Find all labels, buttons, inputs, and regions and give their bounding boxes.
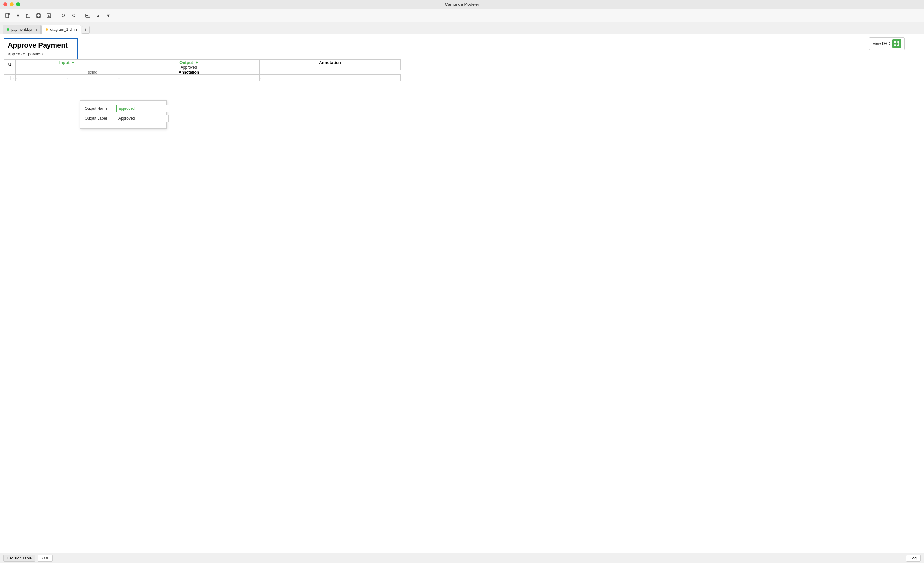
- svg-rect-3: [37, 16, 40, 18]
- bottom-tabs: Decision Table XML: [3, 555, 54, 562]
- decision-table-container: Approve Payment approve-payment U Input …: [4, 38, 401, 81]
- row1-annotation[interactable]: -: [260, 75, 401, 81]
- output-header: Output +: [118, 60, 260, 65]
- decision-table-tab[interactable]: Decision Table: [3, 555, 35, 562]
- window-title: Camunda Modeler: [445, 2, 479, 7]
- svg-point-9: [897, 41, 899, 43]
- view-drd-button[interactable]: View DRD: [869, 37, 905, 50]
- decision-header[interactable]: Approve Payment approve-payment: [4, 38, 78, 59]
- add-output-btn[interactable]: +: [196, 60, 198, 65]
- add-row-btn[interactable]: +: [6, 75, 8, 80]
- row1-input1[interactable]: -: [16, 75, 67, 81]
- undo-btn[interactable]: ↺: [59, 11, 68, 20]
- output-label-input[interactable]: [116, 115, 169, 122]
- svg-point-8: [894, 41, 896, 43]
- save-as-btn[interactable]: [44, 11, 53, 20]
- log-btn[interactable]: Log: [906, 555, 921, 562]
- new-file-dropdown-btn[interactable]: ▾: [14, 11, 22, 20]
- redo-btn[interactable]: ↻: [69, 11, 78, 20]
- hit-policy-cell: U: [4, 60, 16, 70]
- table-row: + | - - - - -: [4, 75, 401, 81]
- toolbar: ▾ ↺ ↻: [0, 9, 924, 23]
- tab-payment-dot: [7, 28, 9, 31]
- title-bar: Camunda Modeler: [0, 0, 924, 9]
- input-col2-name[interactable]: [67, 65, 118, 70]
- svg-point-11: [897, 44, 899, 46]
- xml-tab[interactable]: XML: [38, 555, 52, 562]
- input-col1-type: [4, 70, 16, 75]
- row1-input2[interactable]: -: [67, 75, 118, 81]
- drd-icon: [892, 39, 901, 48]
- maximize-window-btn[interactable]: [16, 2, 20, 6]
- add-input-btn[interactable]: +: [72, 60, 74, 65]
- input-col2-type: [16, 70, 67, 75]
- tab-payment[interactable]: payment.bpmn: [3, 25, 41, 34]
- output-col1-name[interactable]: Approved: [118, 65, 260, 70]
- close-window-btn[interactable]: [3, 2, 8, 6]
- open-file-btn[interactable]: [24, 11, 33, 20]
- popup-output-name-row: Output Name: [85, 105, 162, 113]
- main-content: View DRD Approve Payment approve-payment: [0, 34, 924, 553]
- view-drd-label: View DRD: [873, 41, 890, 46]
- bottom-bar: Decision Table XML Log: [0, 553, 924, 563]
- tab-diagram-dot: [45, 28, 48, 31]
- save-btn[interactable]: [34, 11, 43, 20]
- deploy-btn[interactable]: ▲: [94, 11, 103, 20]
- input-header: Input +: [16, 60, 118, 65]
- input-col1-name[interactable]: [16, 65, 67, 70]
- decision-title: Approve Payment: [4, 39, 77, 51]
- tab-diagram[interactable]: diagram_1.dmn: [41, 25, 81, 34]
- svg-rect-2: [38, 14, 39, 15]
- image-export-btn[interactable]: [83, 11, 92, 20]
- output-name-input[interactable]: [116, 105, 170, 113]
- toolbar-divider-2: [81, 12, 81, 19]
- decision-id: approve-payment: [4, 51, 77, 59]
- remove-row-btn[interactable]: -: [12, 75, 14, 80]
- window-controls: [3, 2, 20, 6]
- deploy-dropdown-btn[interactable]: ▾: [104, 11, 113, 20]
- output-name-label: Output Name: [85, 106, 114, 111]
- output-popup: Output Name Output Label: [80, 101, 166, 129]
- annotation-header: Annotation: [260, 60, 401, 65]
- tab-payment-label: payment.bpmn: [11, 27, 37, 32]
- popup-output-label-row: Output Label: [85, 115, 162, 122]
- output-label-label: Output Label: [85, 116, 114, 121]
- minimize-window-btn[interactable]: [10, 2, 14, 6]
- annotation-col-type: Annotation: [118, 70, 260, 75]
- annotation-col-name: [260, 65, 401, 70]
- output-col1-type: string: [67, 70, 118, 75]
- tabs-bar: payment.bpmn diagram_1.dmn +: [0, 23, 924, 34]
- add-tab-btn[interactable]: +: [82, 26, 90, 34]
- toolbar-divider-1: [56, 12, 56, 19]
- svg-point-10: [894, 44, 896, 46]
- tab-diagram-label: diagram_1.dmn: [50, 27, 76, 32]
- row1-output1[interactable]: -: [118, 75, 260, 81]
- dmn-table: U Input + Output + Annotation: [4, 59, 401, 81]
- new-file-btn[interactable]: [3, 11, 12, 20]
